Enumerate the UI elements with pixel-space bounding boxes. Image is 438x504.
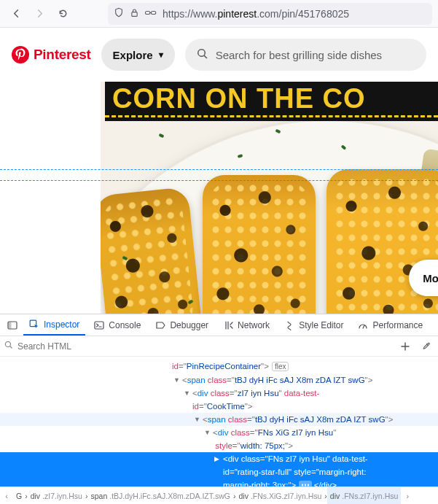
breadcrumb-item-selected[interactable]: div.FNs.zI7.iyn.Hsu <box>327 487 401 504</box>
back-button[interactable] <box>6 4 26 24</box>
devtools-tabs: Inspector Console Debugger Network Style… <box>0 314 438 336</box>
breadcrumb-item[interactable]: div.zI7.iyn.Hsu <box>28 487 85 504</box>
breadcrumb-item[interactable]: G <box>13 487 25 504</box>
tab-performance[interactable]: Performance <box>352 314 429 336</box>
markup-view[interactable]: id="PinRecipeContainer">flex ▼<span clas… <box>0 357 438 486</box>
devtools-panel: Inspector Console Debugger Network Style… <box>0 314 438 504</box>
url-text: https://www.pinterest.com/pin/451768025 <box>163 8 349 20</box>
search-placeholder: Search for best grilling side dishes <box>216 49 382 61</box>
svg-rect-2 <box>151 11 155 14</box>
pinterest-icon <box>12 46 29 63</box>
devtools-search-row <box>0 336 438 357</box>
pin-image[interactable]: CORN ON THE CO Mo <box>101 82 438 314</box>
dom-node[interactable]: ▼<div class="FNs XiG zI7 iyn Hsu" <box>0 426 438 439</box>
svg-point-4 <box>12 46 29 63</box>
browser-toolbar: https://www.pinterest.com/pin/451768025 <box>0 0 438 28</box>
url-bar[interactable]: https://www.pinterest.com/pin/451768025 <box>108 3 432 25</box>
site-header: Pinterest Explore ▾ Search for best gril… <box>0 28 438 82</box>
tab-style-editor[interactable]: Style Editor <box>278 314 349 336</box>
corn-cob <box>203 175 316 314</box>
dom-node[interactable]: id="PinRecipeContainer">flex <box>0 360 438 373</box>
lock-icon <box>130 8 139 20</box>
permissions-icon[interactable] <box>145 8 157 20</box>
forward-button[interactable] <box>29 4 50 24</box>
explore-button[interactable]: Explore ▾ <box>101 39 175 71</box>
tab-network[interactable]: Network <box>217 314 275 336</box>
crumb-scroll-right[interactable]: › <box>401 492 414 500</box>
search-icon <box>197 48 208 62</box>
svg-rect-0 <box>132 12 137 16</box>
reload-button[interactable] <box>52 4 73 24</box>
tab-inspector[interactable]: Inspector <box>23 314 85 336</box>
search-icon <box>4 341 13 352</box>
dom-node[interactable]: id="CookTime"> <box>0 400 438 413</box>
brand-text: Pinterest <box>34 47 91 63</box>
dock-side-icon[interactable] <box>4 317 20 333</box>
corn-cob <box>101 187 203 314</box>
search-input[interactable]: Search for best grilling side dishes <box>185 39 426 71</box>
crumb-scroll-left[interactable]: ‹ <box>0 492 13 500</box>
svg-rect-6 <box>9 322 12 328</box>
svg-rect-8 <box>95 322 103 329</box>
brand-logo[interactable]: Pinterest <box>12 46 91 63</box>
dom-node[interactable]: ▼<div class="zI7 iyn Hsu" data-test- <box>0 387 438 400</box>
svg-rect-1 <box>145 11 149 14</box>
shield-icon <box>114 7 124 20</box>
chevron-down-icon: ▾ <box>159 50 163 60</box>
breadcrumb-item[interactable]: span.tBJ.dyH.iFc.sAJ.X8m.zDA.IZT.swG <box>87 487 232 504</box>
flex-badge[interactable]: flex <box>272 362 289 371</box>
breadcrumbs: ‹ G › div.zI7.iyn.Hsu › span.tBJ.dyH.iFc… <box>0 486 438 504</box>
dom-node[interactable]: ▼<span class="tBJ dyH iFc sAJ X8m zDA IZ… <box>0 373 438 387</box>
dom-node-selected[interactable]: ▶<div class="FNs zI7 iyn Hsu" data-test-… <box>0 452 438 486</box>
pin-title-overlay: CORN ON THE CO <box>105 82 438 115</box>
add-node-button[interactable] <box>397 338 413 354</box>
eyedropper-button[interactable] <box>418 338 434 354</box>
tab-console[interactable]: Console <box>88 314 146 336</box>
tab-debugger[interactable]: Debugger <box>149 314 214 336</box>
dom-node[interactable]: ▼<span class="tBJ dyH iFc sAJ X8m zDA IZ… <box>0 413 438 426</box>
search-html-input[interactable] <box>17 341 393 352</box>
breadcrumb-item[interactable]: div.FNs.XiG.zI7.iyn.Hsu <box>235 487 324 504</box>
dom-node[interactable]: style="width: 75px;"> <box>0 439 438 452</box>
